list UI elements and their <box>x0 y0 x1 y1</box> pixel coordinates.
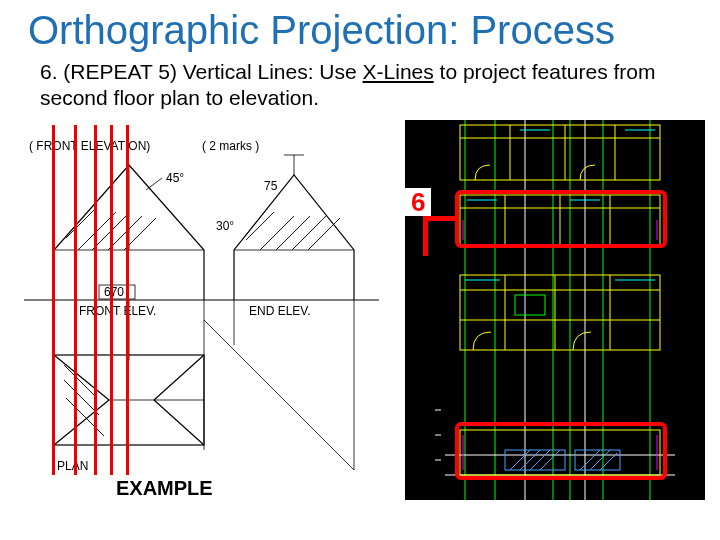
sketch-drawing: ( FRONT ELEVATION) ( 2 marks ) 45° <box>24 120 384 500</box>
svg-line-24 <box>54 400 109 445</box>
example-sketch: ( FRONT ELEVATION) ( 2 marks ) 45° <box>24 120 384 500</box>
callout-connector-v <box>423 216 428 256</box>
cad-screenshot: 6 <box>405 120 705 500</box>
plan-label: PLAN <box>57 459 88 473</box>
angle-45: 45° <box>166 171 184 185</box>
svg-rect-61 <box>515 295 545 315</box>
svg-line-28 <box>64 365 94 395</box>
svg-line-8 <box>146 178 162 190</box>
end-elev-label: END ELEV. <box>249 304 311 318</box>
content-area: ( FRONT ELEVATION) ( 2 marks ) 45° <box>0 120 720 520</box>
svg-line-10 <box>246 212 274 240</box>
subtitle-prefix: 6. (REPEAT 5) Vertical Lines: Use <box>40 60 363 83</box>
step-description: 6. (REPEAT 5) Vertical Lines: Use X-Line… <box>0 57 720 120</box>
projection-line-4 <box>110 125 113 475</box>
svg-line-23 <box>54 355 109 400</box>
svg-line-26 <box>154 355 204 400</box>
dim-670: 670 <box>104 285 124 299</box>
svg-line-14 <box>308 218 340 250</box>
angle-30: 30° <box>216 219 234 233</box>
front-elev-text: ( FRONT ELEVATION) <box>29 139 150 153</box>
front-elev-label: FRONT ELEV. <box>79 304 156 318</box>
svg-rect-39 <box>460 125 660 180</box>
highlight-box-elevation <box>455 422 667 480</box>
projection-line-1 <box>52 125 55 475</box>
svg-line-27 <box>154 400 204 445</box>
projection-line-2 <box>74 125 77 475</box>
dim-75: 75 <box>264 179 278 193</box>
svg-line-3 <box>66 208 96 238</box>
highlight-box-plan <box>455 190 667 248</box>
projection-line-5 <box>126 125 129 475</box>
page-title: Orthographic Projection: Process <box>0 0 720 57</box>
svg-rect-55 <box>460 275 660 350</box>
svg-line-6 <box>108 216 142 250</box>
callout-connector-h <box>423 216 457 221</box>
svg-line-19 <box>204 320 354 470</box>
example-label: EXAMPLE <box>116 477 213 500</box>
svg-line-12 <box>276 216 310 250</box>
marks-text: ( 2 marks ) <box>202 139 259 153</box>
subtitle-emphasis: X-Lines <box>363 60 434 83</box>
svg-line-13 <box>292 216 326 250</box>
projection-line-3 <box>94 125 97 475</box>
step-number-callout: 6 <box>405 188 431 216</box>
